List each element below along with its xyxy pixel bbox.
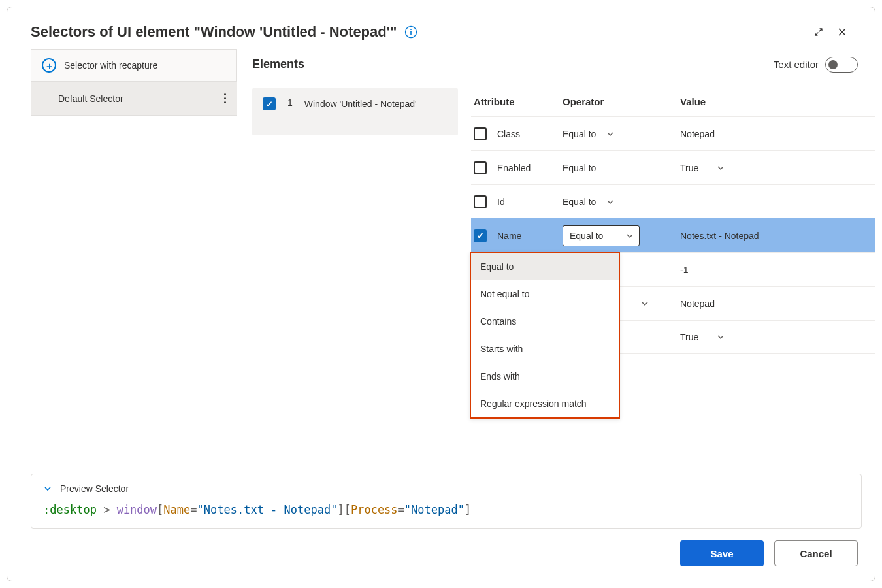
attr-row: -1 Equal to Not equal to Contains Starts… xyxy=(471,252,875,286)
value-cell[interactable]: Notes.txt - Notepad xyxy=(680,231,875,241)
chevron-down-icon xyxy=(606,198,614,206)
attr-checkbox[interactable] xyxy=(474,161,487,174)
operator-option[interactable]: Regular expression match xyxy=(471,390,619,417)
operator-option[interactable]: Not equal to xyxy=(471,280,619,308)
selectors-dialog: Selectors of UI element "Window 'Untitle… xyxy=(7,7,875,581)
attr-row-id: Id Equal to xyxy=(471,184,875,218)
svg-point-1 xyxy=(410,29,412,30)
attr-checkbox[interactable] xyxy=(474,127,487,140)
attr-row-class: Class Equal to Notepad xyxy=(471,116,875,150)
value-cell[interactable]: Notepad xyxy=(680,299,875,309)
selector-label: Default Selector xyxy=(58,93,123,104)
attr-row-name: Name Equal to Notes.txt - Notepad xyxy=(471,218,875,252)
svg-rect-2 xyxy=(411,31,412,35)
sidebar-item-default-selector[interactable]: Default Selector xyxy=(31,82,237,116)
chevron-down-icon xyxy=(606,130,614,138)
value-cell[interactable]: True xyxy=(680,332,875,342)
operator-select[interactable]: Equal to xyxy=(563,129,680,139)
attributes-header: Attribute Operator Value xyxy=(471,80,875,116)
operator-select[interactable]: Equal to xyxy=(563,225,680,246)
cancel-button[interactable]: Cancel xyxy=(774,540,858,566)
selector-preview-text: :desktop > window[Name="Notes.txt - Note… xyxy=(43,503,849,516)
value-cell[interactable]: True xyxy=(680,163,875,173)
operator-select[interactable]: Equal to xyxy=(563,163,680,173)
preview-toggle[interactable]: Preview Selector xyxy=(43,483,849,494)
expand-icon[interactable] xyxy=(807,20,830,44)
element-checkbox[interactable] xyxy=(263,97,276,110)
operator-select[interactable]: Equal to xyxy=(563,197,680,207)
preview-selector-panel: Preview Selector :desktop > window[Name=… xyxy=(31,474,862,529)
attr-checkbox[interactable] xyxy=(474,195,487,208)
chevron-down-icon xyxy=(641,300,649,308)
chevron-down-icon xyxy=(717,164,725,172)
elements-heading: Elements xyxy=(252,57,304,71)
dialog-footer: Save Cancel xyxy=(7,529,875,581)
operator-option[interactable]: Equal to xyxy=(471,253,619,280)
chevron-down-icon xyxy=(626,232,634,240)
text-editor-toggle[interactable] xyxy=(825,57,858,73)
close-icon[interactable] xyxy=(830,20,854,44)
sidebar: ＋ Selector with recapture Default Select… xyxy=(31,49,237,474)
attr-name: Class xyxy=(497,129,563,139)
element-name: Window 'Untitled - Notepad' xyxy=(304,97,417,126)
attr-name: Name xyxy=(497,231,563,241)
operator-option[interactable]: Starts with xyxy=(471,335,619,363)
operator-option[interactable]: Ends with xyxy=(471,363,619,390)
attr-name: Id xyxy=(497,197,563,207)
main-header: Elements Text editor xyxy=(252,49,875,80)
operator-dropdown: Equal to Not equal to Contains Starts wi… xyxy=(470,252,620,419)
selector-recapture-button[interactable]: ＋ Selector with recapture xyxy=(31,49,237,82)
chevron-down-icon xyxy=(43,484,52,493)
dialog-title: Selectors of UI element "Window 'Untitle… xyxy=(31,24,397,41)
save-button[interactable]: Save xyxy=(680,540,764,566)
operator-option[interactable]: Contains xyxy=(471,308,619,335)
preview-label: Preview Selector xyxy=(60,483,129,494)
attr-row-enabled: Enabled Equal to True xyxy=(471,150,875,184)
attr-name: Enabled xyxy=(497,163,563,173)
element-row[interactable]: 1 Window 'Untitled - Notepad' xyxy=(252,88,458,135)
chevron-down-icon xyxy=(717,333,725,341)
value-cell[interactable]: Notepad xyxy=(680,129,875,139)
text-editor-label: Text editor xyxy=(774,59,819,70)
info-icon[interactable] xyxy=(404,25,417,39)
more-icon[interactable] xyxy=(220,90,230,107)
attributes-pane: Attribute Operator Value Class Equal to xyxy=(458,80,875,474)
col-value: Value xyxy=(680,96,875,107)
element-index: 1 xyxy=(287,97,293,126)
dialog-header: Selectors of UI element "Window 'Untitle… xyxy=(7,7,875,49)
attr-checkbox[interactable] xyxy=(474,229,487,242)
col-attribute: Attribute xyxy=(471,96,563,107)
recapture-label: Selector with recapture xyxy=(64,60,157,71)
plus-icon: ＋ xyxy=(42,58,56,73)
col-operator: Operator xyxy=(563,96,680,107)
value-cell[interactable]: -1 xyxy=(680,265,875,275)
